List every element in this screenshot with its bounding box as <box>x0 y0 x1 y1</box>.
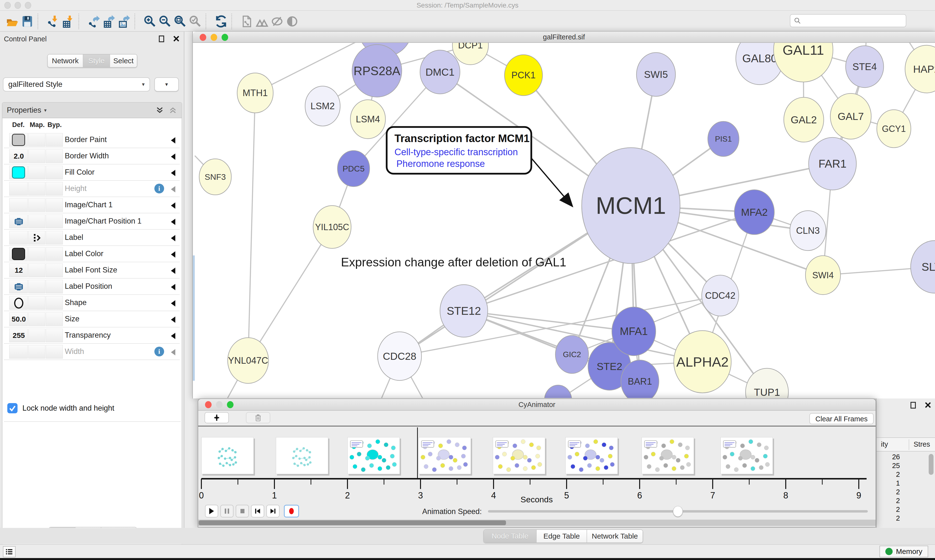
expand-property-icon[interactable] <box>171 154 175 160</box>
style-options-button[interactable]: ▾ <box>154 77 179 91</box>
timeline-frame-0[interactable] <box>201 437 254 474</box>
network-node-LSM2[interactable]: LSM2 <box>305 86 340 126</box>
cyanimator-titlebar[interactable]: CyAnimator <box>198 399 876 411</box>
bypass-cell[interactable] <box>46 182 63 195</box>
default-cell[interactable] <box>9 231 28 245</box>
default-cell[interactable] <box>9 198 28 212</box>
mapping-cell[interactable] <box>28 215 45 228</box>
property-row-fill-color[interactable]: Fill Color <box>4 165 180 181</box>
mapping-cell[interactable] <box>28 182 45 195</box>
default-cell[interactable] <box>9 215 28 228</box>
mapping-cell[interactable] <box>28 296 45 310</box>
bypass-cell[interactable] <box>46 231 63 245</box>
mapping-cell[interactable] <box>28 133 45 147</box>
table-cell[interactable]: 2 <box>876 470 900 479</box>
expand-property-icon[interactable] <box>171 333 175 339</box>
default-cell[interactable]: 50.0 <box>9 312 28 326</box>
table-cell[interactable]: 26 <box>876 452 900 461</box>
bypass-cell[interactable] <box>46 149 63 163</box>
tab-network[interactable]: Network <box>48 54 83 67</box>
timeline-frame-1[interactable] <box>276 437 328 474</box>
network-node-MCM1[interactable]: MCM1 <box>582 148 680 263</box>
zoom-selected-button[interactable] <box>189 15 202 28</box>
bypass-cell[interactable] <box>46 329 63 342</box>
show-graphics-button[interactable] <box>286 15 299 28</box>
timeline-frame-7[interactable] <box>721 437 773 474</box>
timeline-playhead[interactable] <box>417 428 418 478</box>
search-box[interactable] <box>790 14 906 27</box>
network-node-CLN3[interactable]: CLN3 <box>790 211 826 251</box>
network-window-titlebar[interactable]: galFiltered.sif <box>193 32 935 43</box>
network-node-LSM4[interactable]: LSM4 <box>350 100 386 138</box>
open-session-button[interactable] <box>6 15 19 28</box>
network-node-STE12[interactable]: STE12 <box>440 285 488 337</box>
timeline-frame-2[interactable] <box>347 437 400 474</box>
default-cell[interactable] <box>9 133 28 147</box>
timeline-frame-3[interactable] <box>418 437 471 474</box>
default-cell[interactable] <box>9 280 28 293</box>
memory-indicator-button[interactable]: Memory <box>879 546 928 557</box>
mapping-cell[interactable] <box>28 312 45 326</box>
mapping-cell[interactable] <box>28 329 45 342</box>
mapping-cell[interactable] <box>28 231 45 245</box>
property-row-label[interactable]: Label <box>4 230 180 246</box>
default-cell[interactable] <box>9 166 28 179</box>
table-cell[interactable]: 1 <box>876 479 900 488</box>
export-table-button[interactable] <box>103 15 116 28</box>
clone-network-button[interactable] <box>241 15 253 28</box>
network-node-GCY1[interactable]: GCY1 <box>877 110 911 148</box>
property-row-size[interactable]: 50.0Size <box>4 311 180 328</box>
expand-property-icon[interactable] <box>171 251 175 258</box>
expand-property-icon[interactable] <box>171 186 175 192</box>
default-cell[interactable]: 2.0 <box>9 149 28 163</box>
expand-all-icon[interactable] <box>155 105 164 115</box>
network-node-GIC2[interactable]: GIC2 <box>555 335 588 374</box>
expand-property-icon[interactable] <box>171 268 175 274</box>
bypass-cell[interactable] <box>46 280 63 293</box>
table-cell[interactable]: 2 <box>876 505 900 514</box>
table-cell[interactable]: 2 <box>876 496 900 505</box>
network-node-FAR1[interactable]: FAR1 <box>808 137 856 190</box>
bypass-cell[interactable] <box>46 296 63 310</box>
property-row-label-color[interactable]: Label Color <box>4 246 180 262</box>
style-selector[interactable]: galFiltered Style ▾ <box>3 77 150 91</box>
expand-property-icon[interactable] <box>171 349 175 355</box>
property-row-image-chart-position-1[interactable]: Image/Chart Position 1 <box>4 213 180 230</box>
network-node-SWI5[interactable]: SWI5 <box>636 52 676 96</box>
slider-knob[interactable] <box>673 506 683 517</box>
expand-property-icon[interactable] <box>171 202 175 209</box>
property-row-label-position[interactable]: Label Position <box>4 278 180 295</box>
network-node-SWI4[interactable]: SWI4 <box>805 256 841 295</box>
table-cell[interactable]: 25 <box>876 461 900 470</box>
record-button[interactable] <box>284 505 299 517</box>
bypass-cell[interactable] <box>46 215 63 228</box>
tab-network-table[interactable]: Network Table <box>586 530 643 543</box>
play-button[interactable] <box>205 505 218 517</box>
default-cell[interactable] <box>9 247 28 261</box>
annotation-link[interactable]: Pheromone response <box>397 158 485 169</box>
collapse-all-icon[interactable] <box>168 105 177 115</box>
zoom-fit-button[interactable] <box>174 15 187 28</box>
go-to-end-button[interactable] <box>266 505 279 517</box>
network-node-DMC1[interactable]: DMC1 <box>420 50 460 94</box>
export-network-button[interactable] <box>88 15 100 28</box>
cyanimator-timeline[interactable]: 0123456789Seconds <box>198 426 876 504</box>
network-node-CDC42[interactable]: CDC42 <box>702 275 739 316</box>
mapping-cell[interactable] <box>28 263 45 277</box>
table-scrollbar[interactable] <box>929 454 933 475</box>
zoom-out-button[interactable] <box>159 15 171 28</box>
bypass-cell[interactable] <box>46 312 63 326</box>
float-panel-icon[interactable] <box>909 401 918 409</box>
pause-button[interactable] <box>221 505 233 517</box>
float-panel-icon[interactable] <box>157 35 166 43</box>
go-to-start-button[interactable] <box>251 505 264 517</box>
column-header-stress[interactable]: Stres <box>913 440 930 448</box>
close-panel-icon[interactable] <box>172 35 181 43</box>
table-cell[interactable]: 2 <box>876 514 900 523</box>
mapping-cell[interactable] <box>28 198 45 212</box>
network-node-PCK1[interactable]: PCK1 <box>505 55 543 95</box>
network-node-N2[interactable] <box>545 385 572 398</box>
table-header-row[interactable]: ity Stres <box>876 437 935 451</box>
expand-property-icon[interactable] <box>171 170 175 176</box>
network-node-YIL105C[interactable]: YIL105C <box>313 206 351 248</box>
